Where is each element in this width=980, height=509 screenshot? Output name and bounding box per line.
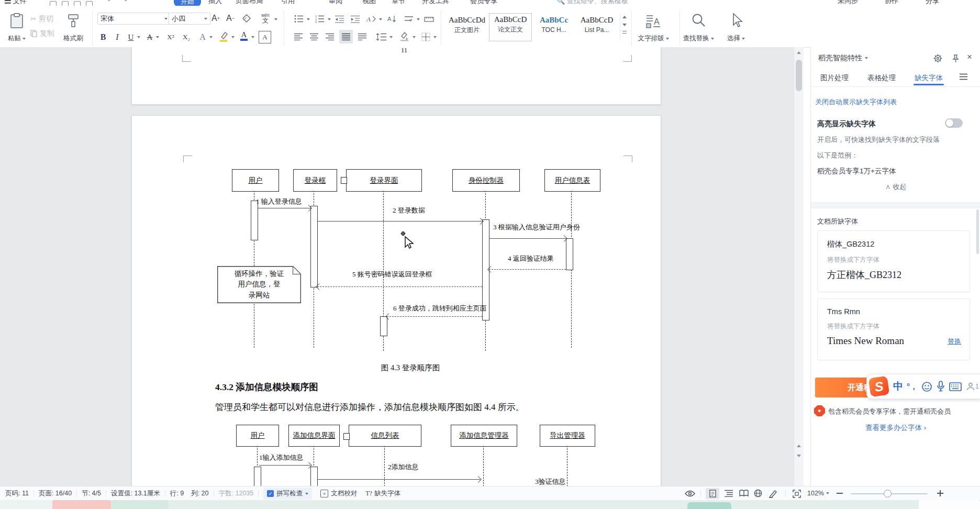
wrap-marks-icon[interactable] — [402, 13, 416, 25]
actor-box[interactable]: 用户信息表 — [544, 169, 600, 192]
tab-view[interactable]: 视图 — [362, 0, 376, 6]
print-icon[interactable] — [74, 1, 81, 6]
missing-fonts-status-button[interactable]: T? 缺失字体 — [365, 489, 400, 498]
sync-status[interactable]: 未同步 — [838, 0, 858, 6]
style-item-thesis-body[interactable]: AaBbCcD 论文正文 — [489, 13, 532, 41]
actor-box[interactable]: 添加信息管理器 — [451, 425, 517, 447]
status-section[interactable]: 节: 4/5 — [82, 489, 101, 498]
undo-icon[interactable]: ↶ — [107, 0, 113, 4]
pinyin-guide-button[interactable]: wén文 — [257, 11, 274, 26]
font-color-button[interactable]: A — [239, 30, 249, 41]
style-gallery-more-icon[interactable] — [622, 31, 627, 34]
highlight-caret[interactable] — [231, 36, 235, 38]
status-page-of[interactable]: 页面: 16/40 — [39, 489, 72, 498]
document-scrollbar[interactable] — [794, 47, 804, 486]
actor-box[interactable]: 导出管理器 — [540, 425, 595, 447]
sogou-logo-icon[interactable]: S — [868, 376, 890, 397]
align-center-icon[interactable] — [308, 31, 320, 42]
disable-auto-show-link[interactable]: 关闭自动展示缺失字体列表 — [815, 97, 897, 107]
status-word-count[interactable]: 字数: 12035 — [219, 489, 254, 498]
tab-image-processing[interactable]: 图片处理 — [820, 73, 849, 83]
preview-icon[interactable] — [86, 1, 93, 6]
zoom-out-button[interactable] — [837, 493, 843, 494]
text-effects-caret[interactable] — [209, 36, 213, 38]
more-fonts-link[interactable]: 查看更多办公字体 › — [811, 423, 980, 433]
text-layout-icon[interactable]: A — [643, 12, 664, 30]
tab-review[interactable]: 审阅 — [329, 0, 342, 6]
paste-icon[interactable] — [6, 12, 27, 30]
tab-page-layout[interactable]: 页面布局 — [236, 0, 263, 6]
bullet-caret[interactable] — [307, 18, 310, 20]
select-tool-button[interactable]: 选择 — [720, 34, 752, 43]
ime-punctuation-mode[interactable]: °， — [907, 382, 918, 392]
format-painter-button[interactable]: 格式刷 — [57, 34, 90, 43]
share-button[interactable]: 分享 — [926, 0, 939, 6]
pinyin-caret[interactable] — [274, 18, 277, 20]
borders-caret[interactable] — [433, 36, 437, 38]
ime-skin-icon[interactable]: 1 — [966, 382, 979, 391]
status-page-code[interactable]: 页码: 11 — [5, 489, 29, 498]
actor-box[interactable]: 身份控制器 — [452, 169, 520, 192]
tab-references[interactable]: 引用 — [281, 0, 295, 6]
wrap-caret[interactable] — [417, 18, 420, 20]
style-item-list-paragraph[interactable]: AaBbCcD List Pa... — [576, 14, 618, 40]
ime-emoji-icon[interactable] — [921, 381, 932, 392]
font-color-caret[interactable] — [251, 36, 254, 38]
numbered-list-icon[interactable]: 123 — [313, 13, 327, 25]
actor-box[interactable]: 用户 — [232, 169, 279, 192]
align-left-icon[interactable] — [292, 31, 305, 42]
clear-format-icon[interactable] — [240, 13, 253, 24]
shading-icon[interactable] — [398, 30, 411, 42]
close-panel-icon[interactable]: × — [967, 52, 972, 62]
style-item-body-image[interactable]: AaBbCcDd 正文图片 — [446, 14, 488, 40]
zoom-slider-knob[interactable] — [884, 490, 892, 497]
panel-menu-icon[interactable] — [960, 73, 967, 80]
collaborate-button[interactable]: 协作 — [885, 0, 898, 6]
numbered-caret[interactable] — [328, 18, 331, 20]
font-size-select[interactable]: 小四 — [169, 13, 210, 25]
next-page-icon[interactable] — [797, 455, 801, 457]
strikethrough-caret[interactable] — [156, 36, 159, 38]
highlight-color-icon[interactable] — [217, 30, 230, 43]
style-item-toc-heading[interactable]: AaBbCc TOC H... — [533, 14, 575, 40]
actor-box[interactable]: 添加信息界面 — [288, 425, 340, 447]
format-painter-icon[interactable] — [63, 12, 84, 30]
outline-view-icon[interactable] — [725, 490, 733, 497]
font-name-select[interactable]: 宋体 — [97, 13, 171, 25]
ink-pencil-icon[interactable] — [769, 489, 777, 498]
decrease-indent-icon[interactable] — [333, 13, 346, 25]
missing-font-card[interactable]: 楷体_GB2312 将替换成下方字体 方正楷体_GB2312 — [817, 230, 970, 292]
strikethrough-button[interactable]: A — [144, 31, 155, 43]
scrollbar-thumb[interactable] — [796, 60, 802, 91]
read-mode-eye-icon[interactable] — [685, 490, 695, 497]
missing-font-card[interactable]: Tms Rmn 将替换成下方字体 Times New Roman 替换 — [817, 298, 970, 360]
underline-caret[interactable] — [137, 36, 140, 38]
ime-mic-icon[interactable] — [937, 381, 945, 392]
tab-missing-fonts[interactable]: 缺失字体 — [915, 73, 943, 83]
distribute-icon[interactable] — [356, 31, 369, 42]
tab-member[interactable]: 会员专享 — [470, 0, 497, 6]
ime-toolbar[interactable]: S 中 °， 1 — [866, 374, 980, 399]
panel-title[interactable]: 稻壳智能特性 — [818, 53, 868, 63]
scroll-up-icon[interactable] — [797, 51, 801, 54]
fit-page-icon[interactable] — [793, 490, 801, 498]
page-previous-tail[interactable]: 11 — [131, 47, 661, 105]
actor-box[interactable]: 信息列表 — [349, 425, 421, 447]
underline-button[interactable]: U — [126, 31, 136, 43]
text-layout-button[interactable]: 文字排版 — [631, 34, 675, 43]
line-spacing-caret[interactable] — [389, 36, 393, 38]
decrease-font-button[interactable]: A− — [224, 13, 237, 24]
export-icon[interactable] — [62, 1, 69, 6]
tab-table-processing[interactable]: 表格处理 — [867, 73, 896, 83]
actor-box[interactable]: 登录框 — [293, 169, 337, 192]
align-justify-icon[interactable] — [339, 30, 353, 43]
collapse-button[interactable]: ∧ 收起 — [811, 182, 980, 192]
align-right-icon[interactable] — [324, 31, 336, 42]
previous-page-icon[interactable] — [797, 445, 801, 447]
document-canvas[interactable]: 11 用户 登录框 登录界面 身份控制器 用户信息表 1 输入登录信息 2 登录… — [0, 47, 794, 486]
tab-dev-tools[interactable]: 开发工具 — [422, 0, 449, 6]
character-border-button[interactable]: A — [259, 31, 271, 43]
spell-check-button[interactable]: ✓ 拼写检查 — [263, 488, 312, 500]
text-direction-caret[interactable] — [379, 18, 382, 20]
subscript-button[interactable]: X₂ — [180, 31, 193, 43]
